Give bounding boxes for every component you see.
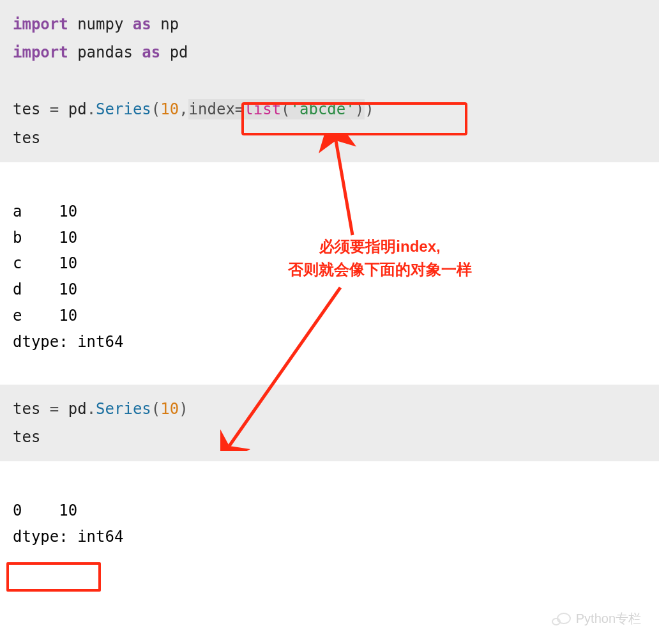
paren-close: ) [365,100,374,118]
mod-pd: pd [68,100,87,118]
out-row: d 10 [13,280,77,298]
arg-10: 10 [160,400,179,418]
highlight-box-output-row [6,562,101,592]
watermark: Python专栏 [552,610,641,627]
out-row: e 10 [13,307,77,325]
op-eq: = [50,400,59,418]
op-eq: = [50,100,59,118]
output-cell-1: a 10 b 10 c 10 d 10 e 10 dtype: int64 [0,162,659,365]
code-cell-2: tes = pd.Series(10) tes [0,385,659,462]
var-tes: tes [13,100,40,118]
keyword-import: import [13,15,68,33]
out-dtype: dtype: int64 [13,528,123,546]
keyword-import: import [13,43,68,61]
paren-open: ( [151,100,160,118]
code-cell-1: import numpy as np import pandas as pd t… [0,0,659,162]
module-pandas: pandas [77,43,133,61]
kwarg-index: index [189,100,235,118]
keyword-as: as [133,15,151,33]
op-dot: . [87,100,96,118]
paren-open-2: ( [281,100,290,118]
watermark-text: Python专栏 [576,610,641,627]
module-numpy: numpy [77,15,123,33]
paren-close-2: ) [355,100,364,118]
keyword-as: as [142,43,160,61]
output-cell-2: 0 10 dtype: int64 [0,461,659,560]
paren-open: ( [151,400,160,418]
out-row: c 10 [13,254,77,272]
wechat-icon [552,611,571,627]
out-row: b 10 [13,229,77,247]
var-tes: tes [13,400,40,418]
alias-np: np [160,15,179,33]
call-series: Series [96,400,151,418]
paren-close: ) [179,400,188,418]
out-row: 0 10 [13,502,77,519]
op-eq2: = [235,100,244,118]
alias-pd: pd [170,43,188,61]
op-dot: . [87,400,96,418]
expr-tes: tes [13,129,40,147]
out-row: a 10 [13,203,77,220]
mod-pd: pd [68,400,87,418]
comma: , [179,100,188,118]
out-dtype: dtype: int64 [13,333,123,351]
fn-list: list [244,100,281,118]
expr-tes: tes [13,428,40,446]
call-series: Series [96,100,151,118]
arg-10: 10 [160,100,179,118]
str-abcde: 'abcde' [291,100,355,118]
